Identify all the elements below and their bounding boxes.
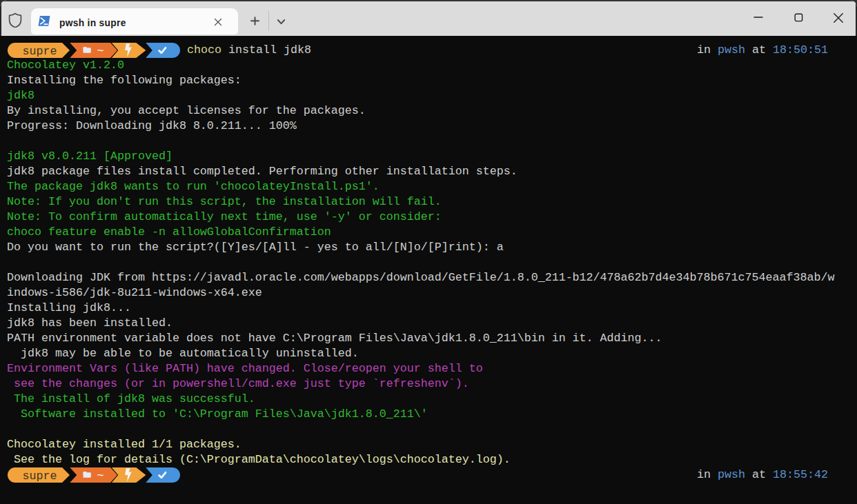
svg-text:supre: supre — [23, 469, 57, 482]
svg-text:supre: supre — [23, 44, 57, 57]
svg-text:~: ~ — [97, 469, 104, 482]
svg-text:~: ~ — [97, 44, 104, 57]
